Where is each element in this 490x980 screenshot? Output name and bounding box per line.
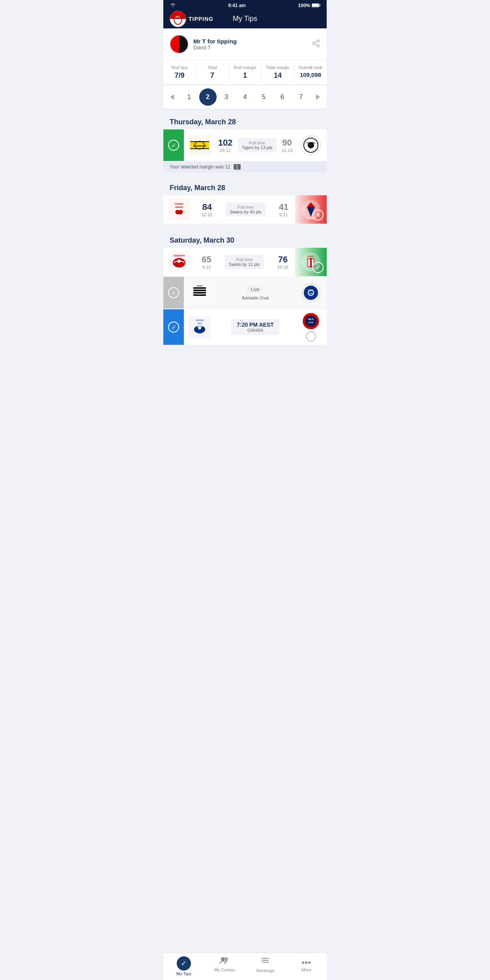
logo-text: TIPPING — [189, 16, 213, 22]
day-header-thursday: Thursday, March 28 — [163, 112, 327, 129]
round-6[interactable]: 6 — [274, 88, 291, 106]
tip-indicator-upcoming: ✓ — [163, 309, 184, 345]
svg-text:SWANS: SWANS — [175, 206, 183, 208]
team-logo-collingwood: COLLING WOOD — [295, 129, 327, 161]
match-card-geelong: ✓ GEELONG CATS 7:20 PM AEST GMHBA MELB O… — [163, 309, 327, 345]
svg-text:AFL: AFL — [175, 15, 181, 18]
svg-line-9 — [315, 44, 317, 45]
live-badge: Live — [247, 285, 264, 294]
svg-point-23 — [308, 142, 314, 148]
match-center-essendon: 65 9.11 Full time Saints by 11 pts 76 10… — [195, 248, 295, 276]
svg-text:S.K.F.C.: S.K.F.C. — [308, 256, 314, 258]
check-icon-upcoming: ✓ — [168, 322, 179, 333]
svg-text:CATS: CATS — [198, 322, 202, 324]
live-venue: Adelaide Oval — [242, 295, 269, 300]
upcoming-venue: GMHBA — [237, 328, 274, 333]
share-icon[interactable] — [312, 39, 320, 50]
upcoming-center: 7:20 PM AEST GMHBA — [215, 309, 295, 345]
round-7[interactable]: 7 — [292, 88, 310, 106]
svg-rect-42 — [193, 290, 206, 291]
avatar — [170, 35, 189, 54]
round-5[interactable]: 5 — [255, 88, 272, 106]
profile-name: Mr T for tipping — [193, 38, 237, 45]
day-header-saturday: Saturday, March 30 — [163, 231, 327, 248]
team-logo-richmond: RICHMOND — [184, 129, 215, 161]
match-card-essendon: ESSENDON 65 9.11 Full time Saints by 11 … — [163, 248, 327, 276]
match-center-richmond: 102 15.12 Full time Tigers by 13 pts 90 … — [215, 129, 295, 161]
check-circle-icon: ✓ — [312, 262, 324, 273]
live-center: Live Adelaide Oval — [215, 277, 295, 309]
svg-rect-41 — [193, 287, 206, 289]
svg-text:ESSENDON: ESSENDON — [174, 254, 185, 257]
team-logo-essendon: ESSENDON — [163, 248, 195, 276]
stat-total: Total 7 — [196, 65, 229, 80]
battery: 100% — [298, 3, 320, 8]
round-4[interactable]: 4 — [236, 88, 254, 106]
afl-logo: AFL TIPPING — [170, 11, 213, 27]
svg-point-7 — [313, 42, 315, 45]
match-card-swans: SYDNEY SWANS 84 12.12 Full time Swans by… — [163, 195, 327, 224]
svg-point-6 — [317, 39, 320, 42]
round-1[interactable]: 1 — [180, 88, 198, 106]
svg-text:TON: TON — [309, 292, 313, 295]
next-round-button[interactable] — [311, 90, 325, 104]
stat-overall-rank: Overall rank 109,098 — [294, 65, 327, 80]
status-bar: 9:41 am 100% — [163, 0, 327, 11]
app-header: AFL TIPPING My Tips — [163, 11, 327, 28]
prev-round-button[interactable] — [165, 90, 179, 104]
svg-text:SYDNEY: SYDNEY — [175, 203, 184, 205]
svg-text:OURNE: OURNE — [308, 322, 314, 324]
svg-text:GEELONG: GEELONG — [196, 319, 204, 321]
stat-total-margin: Total margin 14 — [262, 65, 294, 80]
team-logo-carlton: CARL TON — [295, 277, 327, 309]
team-logo-geelong: GEELONG CATS — [184, 309, 215, 345]
svg-marker-11 — [170, 94, 174, 100]
svg-point-56 — [305, 316, 316, 327]
team-logo-port: POWER — [184, 277, 215, 309]
svg-marker-12 — [316, 94, 320, 100]
svg-rect-24 — [168, 198, 190, 221]
wifi-icon — [170, 2, 176, 8]
svg-rect-44 — [193, 294, 206, 296]
header-title: My Tips — [233, 15, 257, 23]
match-center-swans: 84 12.12 Full time Swans by 43 pts 41 5.… — [195, 195, 295, 224]
match-card-port-live: ✓ POWER Live Adelaide Oval CARL TON — [163, 277, 327, 309]
empty-circle-icon — [306, 331, 316, 342]
tip-indicator-correct: ✓ — [163, 129, 184, 161]
svg-text:RICHMOND: RICHMOND — [193, 145, 207, 147]
svg-rect-43 — [193, 292, 206, 294]
svg-point-32 — [178, 260, 181, 263]
svg-rect-38 — [310, 258, 312, 267]
check-icon: ✓ — [168, 140, 179, 151]
round-2-active[interactable]: 2 — [199, 88, 217, 106]
profile-username: David T — [193, 45, 237, 50]
tip-indicator-live: ✓ — [163, 277, 184, 309]
match-card-richmond: ✓ RICHMOND 102 15.12 Full time Tigers b — [163, 129, 327, 172]
round-3[interactable]: 3 — [218, 88, 235, 106]
margin-row: Your selected margin was 12 1 — [163, 162, 327, 172]
upcoming-time: 7:20 PM AEST — [237, 322, 274, 328]
team-logo-swans: SYDNEY SWANS — [163, 195, 195, 224]
stats-row: Rnd tips 7/9 Total 7 Rnd margin 1 Total … — [163, 60, 327, 85]
profile-left: Mr T for tipping David T — [170, 35, 237, 54]
day-header-friday: Friday, March 28 — [163, 178, 327, 195]
svg-point-8 — [317, 45, 320, 47]
stat-rnd-tips: Rnd tips 7/9 — [163, 65, 196, 80]
team-logo-adelaide-wrong: ADELAIDE ✕ — [295, 195, 327, 224]
team-logo-stkilda-correct: S.K.F.C. ✓ — [295, 248, 327, 276]
stat-rnd-margin: Rnd margin 1 — [229, 65, 262, 80]
round-selector: 1 2 3 4 5 6 7 — [163, 85, 327, 109]
svg-rect-1 — [312, 4, 319, 7]
svg-text:MELB: MELB — [308, 318, 314, 320]
x-circle-icon: ✕ — [312, 209, 324, 221]
svg-line-10 — [315, 41, 317, 43]
time: 9:41 am — [228, 3, 246, 8]
svg-rect-2 — [320, 5, 320, 6]
team-logo-melbourne-unselected: MELB OURNE — [295, 309, 327, 345]
check-icon-live: ✓ — [168, 287, 179, 298]
profile-section: Mr T for tipping David T — [163, 28, 327, 60]
svg-point-54 — [198, 326, 201, 329]
svg-text:POWER: POWER — [196, 285, 202, 287]
